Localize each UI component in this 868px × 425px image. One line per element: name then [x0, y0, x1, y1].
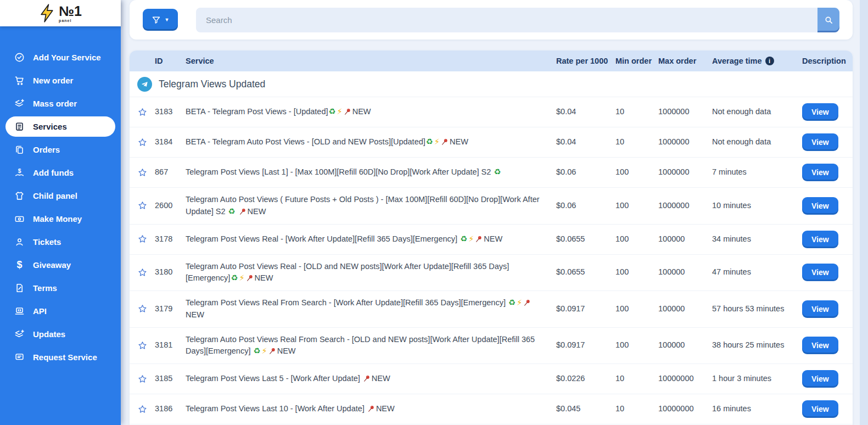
pin-emoji: [441, 136, 449, 148]
sidebar-item-orders[interactable]: Orders: [5, 139, 115, 160]
funnel-icon: [152, 15, 161, 25]
lightning-emoji: ⚡: [337, 107, 343, 116]
view-button[interactable]: View: [802, 231, 838, 248]
sidebar-item-new-order[interactable]: New order: [5, 70, 115, 91]
sidebar-item-child-panel[interactable]: Child panel: [5, 186, 115, 206]
service-name: Telegram Post Views [Last 1] - [Max 100M…: [186, 160, 556, 184]
sidebar-item-add-your-service[interactable]: Add Your Service: [5, 47, 115, 68]
service-name: Telegram Post Views Last 5 - [Work After…: [186, 367, 556, 391]
sidebar-item-mass-order[interactable]: Mass order: [5, 93, 115, 114]
sidebar-item-giveaway[interactable]: $ Giveaway: [5, 255, 115, 275]
favorite-star-icon[interactable]: [130, 398, 155, 421]
service-rate: $0.0655: [556, 260, 615, 284]
pin-emoji: [246, 272, 254, 284]
sidebar-item-label: Orders: [33, 145, 60, 154]
sidebar-item-label: Terms: [33, 283, 57, 293]
recycle-emoji: ♻: [228, 207, 236, 216]
view-button[interactable]: View: [802, 370, 838, 388]
sidebar-item-tickets[interactable]: Tickets: [5, 232, 115, 252]
service-id: 3179: [155, 297, 186, 321]
service-max-order: 1000000: [658, 160, 712, 184]
service-id: 867: [155, 160, 186, 184]
recycle-emoji: ♻: [508, 298, 516, 307]
header-id: ID: [155, 57, 186, 65]
search-button[interactable]: [817, 8, 839, 32]
sidebar-item-services[interactable]: Services: [5, 116, 115, 137]
favorite-star-icon[interactable]: [130, 261, 155, 284]
view-button[interactable]: View: [802, 400, 838, 418]
view-button[interactable]: View: [802, 337, 838, 354]
sidebar-item-api[interactable]: API: [5, 301, 115, 321]
service-rate: $0.045: [556, 397, 615, 421]
scrollbar[interactable]: [860, 0, 868, 425]
telegram-icon: [137, 77, 152, 92]
service-min-order: 100: [615, 260, 658, 284]
money-icon: [14, 214, 25, 224]
sidebar-item-request-service[interactable]: Request Service: [5, 347, 115, 367]
service-min-order: 10: [615, 367, 658, 391]
sidebar-item-terms[interactable]: Terms: [5, 278, 115, 298]
search-bar: [196, 8, 839, 32]
service-name: BETA - Telegram Auto Post Views - [OLD a…: [186, 130, 556, 154]
sidebar-item-label: New order: [33, 76, 73, 85]
favorite-star-icon[interactable]: [130, 101, 155, 124]
view-button[interactable]: View: [802, 103, 838, 121]
search-input[interactable]: [196, 8, 817, 32]
sidebar-item-make-money[interactable]: Make Money: [5, 209, 115, 229]
service-max-order: 1000000: [658, 130, 712, 154]
favorite-star-icon[interactable]: [130, 194, 155, 217]
header-average-time: Average time i: [712, 57, 802, 65]
sidebar-item-updates[interactable]: Updates: [5, 324, 115, 344]
service-average-time: 34 minutes: [712, 227, 802, 251]
favorite-star-icon[interactable]: [130, 131, 155, 154]
table-row: 3178 Telegram Post Views Real - [Work Af…: [130, 224, 853, 254]
favorite-star-icon[interactable]: [130, 334, 155, 357]
recycle-emoji: ♻: [254, 346, 261, 355]
logo[interactable]: №1 panel: [0, 0, 121, 26]
header-service: Service: [186, 57, 556, 65]
view-button[interactable]: View: [802, 133, 838, 151]
info-icon[interactable]: i: [765, 57, 774, 65]
view-button[interactable]: View: [802, 300, 838, 318]
pin-emoji: [367, 403, 375, 415]
service-id: 3178: [155, 227, 186, 251]
pin-emoji: [344, 106, 351, 118]
lightning-emoji: ⚡: [434, 137, 440, 146]
sidebar-item-add-funds[interactable]: $ Add funds: [5, 163, 115, 183]
service-average-time: 16 minutes: [712, 397, 802, 421]
service-max-order: 100000: [658, 297, 712, 321]
shirt-icon: [14, 191, 25, 201]
sidebar-item-label: Child panel: [33, 191, 77, 200]
cart-icon: [14, 75, 25, 86]
service-min-order: 100: [615, 160, 658, 184]
header-max-order: Max order: [658, 57, 712, 65]
filter-button[interactable]: ▼: [143, 9, 178, 31]
search-toolbar: ▼: [130, 0, 853, 40]
service-id: 2600: [155, 194, 186, 218]
service-max-order: 100000: [658, 227, 712, 251]
header-description: Description: [802, 57, 853, 65]
service-min-order: 100: [615, 333, 658, 357]
favorite-star-icon[interactable]: [130, 298, 155, 320]
service-name: Telegram Post Views Real - [Work After U…: [186, 227, 556, 251]
favorite-star-icon[interactable]: [130, 161, 155, 184]
view-button[interactable]: View: [802, 164, 838, 181]
service-rate: $0.0917: [556, 333, 615, 357]
sidebar-item-label: Giveaway: [33, 260, 71, 270]
magnifier-icon: [824, 15, 833, 25]
sidebar-item-label: Mass order: [33, 99, 77, 108]
pin-emoji: [475, 233, 483, 245]
service-id: 3184: [155, 130, 186, 154]
view-button[interactable]: View: [802, 264, 838, 281]
logo-subtext: panel: [59, 19, 82, 23]
service-name: BETA - Telegram Post Views - [Updated]♻⚡…: [186, 100, 556, 124]
favorite-star-icon[interactable]: [130, 368, 155, 390]
chat-icon: [14, 352, 25, 362]
service-id: 3185: [155, 367, 186, 391]
service-max-order: 1000000: [658, 194, 712, 218]
view-button[interactable]: View: [802, 197, 838, 215]
favorite-star-icon[interactable]: [130, 228, 155, 250]
service-average-time: 57 hours 53 minutes: [712, 297, 802, 321]
lightning-emoji: ⚡: [468, 234, 474, 243]
table-row: 2600 Telegram Auto Post Views ( Future P…: [130, 187, 853, 224]
